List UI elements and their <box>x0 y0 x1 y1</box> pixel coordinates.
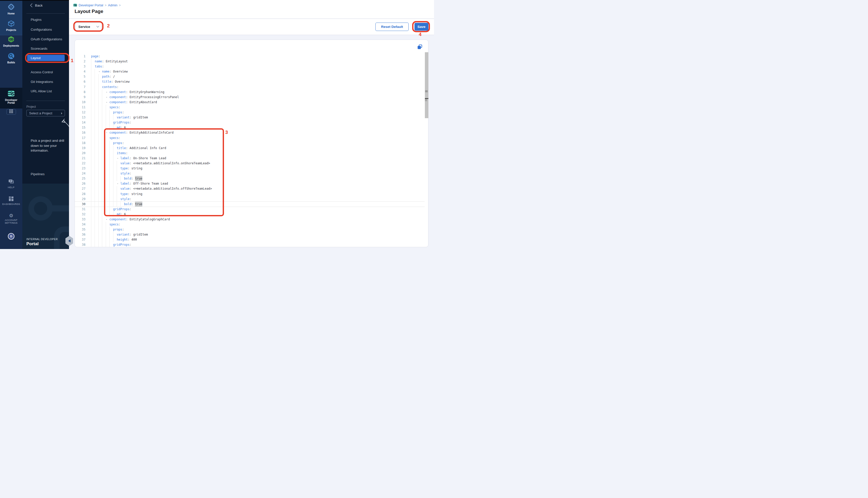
code-line: 21- label: On-Shore Team Lead <box>75 156 425 161</box>
admin-sidebar: Back Plugins Configurations OAuth Config… <box>22 0 69 249</box>
sidebar-item-help[interactable]: ? HELP <box>0 179 22 189</box>
sidebar-item-label: Builds <box>0 61 22 64</box>
scrollbar-match-mark <box>425 90 428 92</box>
yaml-editor[interactable]: 1page:2name: EntityLayout3tabs:4- name: … <box>75 54 425 247</box>
code-line: 28type: string <box>75 192 425 197</box>
page-header <box>69 0 434 19</box>
sidebar-item-home[interactable]: Home <box>0 3 22 15</box>
code-line: 35props: <box>75 227 425 232</box>
developer-portal-icon <box>8 94 15 98</box>
window-top-edge <box>0 0 69 1</box>
gear-icon: ⚙ <box>0 213 22 218</box>
entity-kind-select[interactable]: Service <box>75 23 102 31</box>
code-line: 17specs: <box>75 135 425 141</box>
sidebar-item-git-integrations[interactable]: Git Integrations <box>31 80 53 84</box>
code-line: 2name: EntityLayout <box>75 59 425 64</box>
sidebar-item-label: Deployments <box>0 44 22 47</box>
avatar[interactable]: D <box>8 233 14 240</box>
breadcrumb: Developer Portal > Admin > <box>73 3 121 7</box>
code-line: 5path: / <box>75 74 425 79</box>
back-chevron-icon <box>30 3 33 7</box>
decorative-ring <box>28 196 53 221</box>
sidebar-item-developer-portal[interactable]: Developer Portal <box>0 90 22 104</box>
sidebar-decoration: INTERNAL DEVELOPER Portal <box>22 184 69 249</box>
back-label: Back <box>35 3 43 7</box>
code-line: 3tabs: <box>75 64 425 69</box>
code-line: 14gridProps: <box>75 120 425 125</box>
code-line: 27value: <+metadata.additionalInfo.offSh… <box>75 186 425 191</box>
code-line: 23type: string <box>75 166 425 171</box>
brand-label-top: INTERNAL DEVELOPER <box>26 238 58 241</box>
module-sidebar: Home Projects Deployments <box>0 0 22 249</box>
module-switcher-button[interactable] <box>7 109 16 115</box>
code-line: 22value: <+metadata.additionalInfo.onSho… <box>75 161 425 166</box>
code-line: 20items: <box>75 150 425 156</box>
code-line: 33- component: EntityCatalogGraphCard <box>75 217 425 222</box>
projects-icon <box>8 24 15 28</box>
arrow-doodle-icon <box>61 118 69 133</box>
back-button[interactable]: Back <box>30 3 43 7</box>
code-line: 36variant: gridItem <box>75 232 425 237</box>
select-project-button[interactable]: Select a Project › <box>26 110 65 116</box>
breadcrumb-separator: > <box>105 3 106 7</box>
sidebar-item-label: Developer Portal <box>3 99 19 104</box>
code-line: 12props: <box>75 110 425 115</box>
sidebar-item-builds[interactable]: Builds <box>0 52 22 64</box>
copy-button[interactable] <box>417 44 423 50</box>
annotation-number-1: 1 <box>71 58 74 63</box>
sidebar-item-oauth-configurations[interactable]: OAuth Configurations <box>31 37 62 41</box>
home-icon <box>8 7 15 11</box>
chevron-right-icon: › <box>61 111 62 115</box>
code-line: 31gridProps: <box>75 207 425 212</box>
breadcrumb-item-admin[interactable]: Admin <box>108 3 117 7</box>
sidebar-item-plugins[interactable]: Plugins <box>31 18 42 22</box>
brand-label-bottom: Portal <box>26 241 39 247</box>
annotation-number-3: 3 <box>225 130 228 135</box>
sidebar-item-pipelines[interactable]: Pipelines <box>31 172 44 176</box>
code-line: 19title: Additional Info Card <box>75 146 425 150</box>
code-line: 26- label: Off-Shore Team Lead <box>75 181 425 186</box>
sidebar-item-configurations[interactable]: Configurations <box>31 28 52 31</box>
reset-default-button[interactable]: Reset Default <box>375 23 409 31</box>
dashboards-icon <box>9 198 13 202</box>
annotation-number-4: 4 <box>419 32 422 37</box>
breadcrumb-item-developer-portal[interactable]: Developer Portal <box>79 3 103 7</box>
code-line: 1page: <box>75 54 425 59</box>
code-line: 4- name: Overview <box>75 69 425 74</box>
copy-icon <box>417 44 423 50</box>
sidebar-item-label: Projects <box>0 29 22 31</box>
sidebar-item-deployments[interactable]: Deployments <box>0 36 22 47</box>
project-section-label: Project <box>26 105 36 108</box>
help-icon: ? <box>8 181 14 185</box>
sidebar-item-account-settings[interactable]: ⚙ ACCOUNT SETTINGS <box>0 213 22 224</box>
svg-text:?: ? <box>10 180 11 182</box>
code-line: 34specs: <box>75 222 425 227</box>
code-line: 10- component: EntityAboutCard <box>75 100 425 105</box>
sidebar-item-label: Layout <box>31 56 41 60</box>
code-line: 18props: <box>75 141 425 146</box>
code-line: 32md: 6 <box>75 212 425 217</box>
sidebar-item-scorecards[interactable]: Scorecards <box>31 47 48 51</box>
sidebar-item-label: DASHBOARDS <box>0 202 22 205</box>
code-line: 30bold: true <box>75 201 425 207</box>
sidebar-item-layout-active[interactable]: Layout <box>27 55 65 61</box>
scrollbar-match-mark <box>425 99 427 101</box>
sidebar-item-dashboards[interactable]: DASHBOARDS <box>0 197 22 205</box>
page-title: Layout Page <box>75 9 103 14</box>
code-line: 15md: 6 <box>75 125 425 130</box>
editor-scrollbar[interactable] <box>425 52 428 118</box>
sidebar-item-projects[interactable]: Projects <box>0 20 22 31</box>
grid-apps-icon <box>9 109 13 114</box>
sidebar-item-label: Home <box>0 12 22 15</box>
code-line: 25bold: true <box>75 176 425 181</box>
breadcrumb-separator: > <box>119 3 121 7</box>
annotation-number-2: 2 <box>107 23 110 29</box>
sidebar-item-access-control[interactable]: Access Control <box>31 70 53 74</box>
sidebar-item-label: HELP <box>0 186 22 189</box>
breadcrumb-icon <box>73 3 77 7</box>
collapse-sidebar-icon <box>68 239 70 243</box>
sidebar-item-url-allow-list[interactable]: URL Allow List <box>31 89 52 93</box>
save-button[interactable]: Save <box>414 23 428 31</box>
code-line: 13variant: gridItem <box>75 115 425 120</box>
code-line: 6title: Overview <box>75 79 425 84</box>
